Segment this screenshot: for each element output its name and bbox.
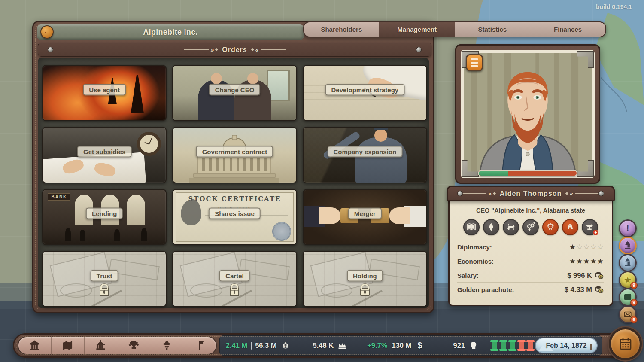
orders-section-header: Orders: [38, 43, 431, 57]
politics-button[interactable]: [183, 337, 216, 354]
ceo-portrait-panel: [455, 44, 600, 184]
coins-icon: $: [595, 285, 604, 294]
screw-icon: [48, 47, 53, 52]
date-display[interactable]: Feb 14, 1872: [535, 338, 598, 353]
order-card-get-subsidies[interactable]: Get subsidies: [42, 127, 167, 183]
order-card-use-agent[interactable]: Use agent: [42, 65, 167, 121]
window-title: Alpinebite Inc.: [37, 28, 304, 37]
agents-button[interactable]: [150, 337, 183, 354]
tab-shareholders[interactable]: Shareholders: [304, 22, 379, 37]
order-card-label: Shares issue: [209, 208, 261, 219]
calendar-icon: [618, 336, 633, 352]
stat-row-economics: Economics: ★★★★★: [457, 254, 604, 268]
bottom-nav: [18, 336, 217, 355]
order-card-label: Company expansion: [327, 146, 402, 158]
tab-finances[interactable]: Finances: [530, 22, 605, 37]
order-card-label: Government contract: [196, 146, 273, 158]
ceo-portrait: [464, 53, 592, 175]
flag-icon: [194, 340, 205, 351]
population-head-icon: [468, 341, 479, 351]
goals-button[interactable]: [117, 337, 150, 354]
clock-art: [137, 132, 161, 156]
capitol-blue-icon: [623, 258, 632, 268]
ceo-info-panel: Aiden Thompson CEO "Alpinebite Inc.", Al…: [447, 186, 615, 306]
praying-hands-icon: [483, 219, 499, 235]
figure-art: [114, 229, 120, 241]
government-building-button[interactable]: [84, 337, 117, 354]
notification-badge: 9: [630, 282, 638, 289]
dollar-icon: $: [417, 341, 422, 350]
order-card-government-contract[interactable]: Government contract: [172, 127, 297, 183]
eagle-art: [181, 199, 202, 225]
screw-icon: [416, 47, 422, 52]
capitol-purple-icon: [623, 241, 632, 250]
map-icon: [62, 340, 73, 351]
map-button[interactable]: [51, 337, 84, 354]
mail-button[interactable]: 6: [619, 305, 637, 323]
orders-window: Alpinebite Inc. H KY Orders Use agent: [32, 21, 434, 313]
order-card-change-ceo[interactable]: Change CEO: [172, 65, 297, 121]
order-card-holding[interactable]: Holding: [303, 251, 427, 307]
spartan-helmet-icon: [562, 219, 578, 235]
trophy-icon: [128, 340, 140, 351]
green-spool-icon: [510, 341, 515, 350]
stat-label: Golden parachute:: [457, 286, 514, 293]
plus-badge-icon: +: [593, 230, 598, 235]
red-spool-icon: [519, 341, 524, 350]
lock-icon: [100, 288, 109, 296]
government-building-icon: [95, 340, 106, 351]
seal-art: [272, 222, 291, 241]
stat-label: Salary:: [457, 272, 479, 279]
ornament-right: [252, 46, 286, 54]
exclamation-icon: [626, 223, 629, 234]
order-card-shares-issue[interactable]: STOCK CERTIFICATE OSTIN, TEXAS Shares is…: [172, 189, 297, 245]
tab-management[interactable]: Management: [379, 22, 455, 37]
population-value: 921: [453, 341, 465, 350]
ceo-loyalty-bar: [478, 170, 577, 176]
screw-icon: [457, 191, 463, 196]
back-button[interactable]: [40, 25, 54, 39]
health-bar-fill: [479, 171, 508, 176]
screw-icon: [598, 191, 604, 196]
ceo-panel-header: Aiden Thompson: [447, 186, 615, 201]
order-card-trust[interactable]: Trust: [42, 251, 167, 307]
order-card-cartel[interactable]: Cartel: [172, 251, 297, 307]
red-spool-icon: [528, 341, 533, 350]
oil-derrick-art: [131, 75, 144, 113]
figure-art: [141, 228, 147, 241]
blueprint-art: [321, 283, 352, 298]
donkey-icon: [503, 219, 519, 235]
alerts-button[interactable]: [619, 219, 637, 237]
hamburger-menu-button[interactable]: [466, 54, 483, 71]
city-button[interactable]: [18, 337, 51, 354]
gender-icon: [522, 219, 539, 235]
build-version-label: build 0.194.1: [596, 3, 632, 10]
tab-statistics[interactable]: Statistics: [455, 22, 530, 37]
order-card-development-strategy[interactable]: Development strategy: [303, 65, 427, 121]
orders-title: Orders: [222, 46, 247, 54]
money-bag-icon: $: [280, 341, 291, 351]
capital-value: 130 M: [392, 341, 411, 350]
svg-text:$: $: [600, 275, 602, 279]
golden-parachute-value: $ 4.33 M$: [565, 285, 604, 294]
order-card-label: Cartel: [219, 270, 250, 281]
certificates-button[interactable]: 9: [619, 288, 637, 306]
achievements-button[interactable]: 9: [619, 271, 637, 289]
figure-art: [80, 230, 85, 241]
order-card-merger[interactable]: Merger: [303, 189, 427, 245]
bottom-bar: 2.41 M 56.3 M $ 5.48 K +9.7% 130 M $ 921…: [13, 333, 631, 358]
svg-text:$: $: [600, 289, 602, 293]
ornament-right: [566, 190, 600, 198]
game-screen: build 0.194.1 Alpinebite Inc. H KY Order…: [0, 0, 644, 362]
calendar-button[interactable]: [609, 327, 642, 360]
current-date: Feb 14, 1872: [546, 342, 586, 350]
bank-sign: BANK: [48, 193, 70, 201]
government-button[interactable]: [619, 237, 637, 255]
order-card-company-expansion[interactable]: Company expansion: [303, 127, 427, 183]
bank-window-art: [127, 195, 145, 225]
tab-label: Management: [397, 26, 437, 33]
order-card-lending[interactable]: BANK Lending: [42, 189, 167, 245]
state-button[interactable]: [619, 254, 637, 272]
order-card-label: Development strategy: [325, 84, 404, 95]
ornament-left: [462, 190, 495, 198]
